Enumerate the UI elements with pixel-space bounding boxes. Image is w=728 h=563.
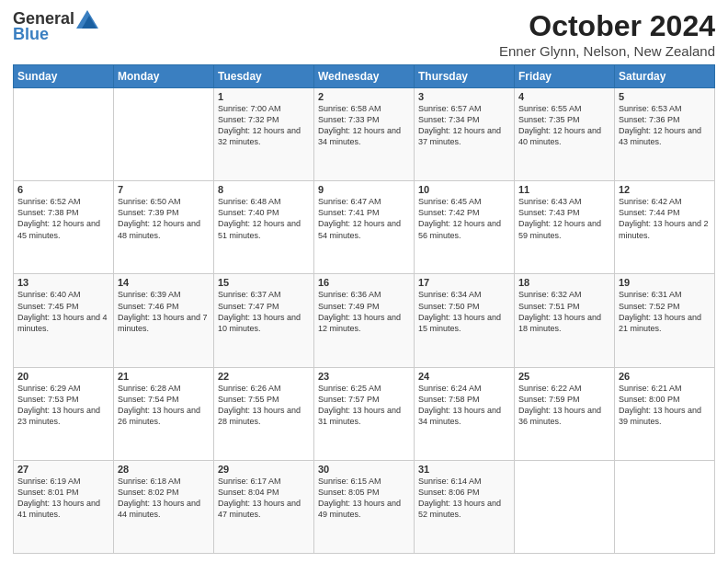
calendar-subtitle: Enner Glynn, Nelson, New Zealand: [499, 43, 715, 59]
header: General Blue October 2024 Enner Glynn, N…: [13, 9, 715, 59]
day-info: Sunrise: 6:47 AM Sunset: 7:41 PM Dayligh…: [318, 196, 410, 241]
day-info: Sunrise: 6:52 AM Sunset: 7:38 PM Dayligh…: [17, 196, 109, 241]
table-row: 21Sunrise: 6:28 AM Sunset: 7:54 PM Dayli…: [114, 367, 214, 460]
day-info: Sunrise: 6:14 AM Sunset: 8:06 PM Dayligh…: [418, 476, 510, 521]
day-info: Sunrise: 6:15 AM Sunset: 8:05 PM Dayligh…: [318, 476, 410, 521]
table-row: 20Sunrise: 6:29 AM Sunset: 7:53 PM Dayli…: [14, 367, 114, 460]
table-row: 2Sunrise: 6:58 AM Sunset: 7:33 PM Daylig…: [314, 88, 415, 181]
day-number: 29: [218, 464, 310, 475]
day-info: Sunrise: 6:43 AM Sunset: 7:43 PM Dayligh…: [518, 196, 610, 241]
day-number: 30: [318, 464, 410, 475]
table-row: 1Sunrise: 7:00 AM Sunset: 7:32 PM Daylig…: [214, 88, 314, 181]
day-number: 25: [518, 371, 610, 382]
day-info: Sunrise: 6:48 AM Sunset: 7:40 PM Dayligh…: [218, 196, 310, 241]
table-row: 28Sunrise: 6:18 AM Sunset: 8:02 PM Dayli…: [114, 460, 214, 553]
day-info: Sunrise: 6:31 AM Sunset: 7:52 PM Dayligh…: [619, 289, 711, 334]
day-number: 6: [17, 184, 109, 195]
day-number: 24: [418, 371, 510, 382]
table-row: 19Sunrise: 6:31 AM Sunset: 7:52 PM Dayli…: [615, 274, 715, 367]
day-info: Sunrise: 6:24 AM Sunset: 7:58 PM Dayligh…: [418, 383, 510, 428]
calendar-title: October 2024: [499, 9, 715, 43]
day-info: Sunrise: 6:58 AM Sunset: 7:33 PM Dayligh…: [318, 103, 410, 148]
table-row: [515, 460, 615, 553]
calendar-header-row: Sunday Monday Tuesday Wednesday Thursday…: [14, 65, 715, 88]
col-wednesday: Wednesday: [314, 65, 415, 88]
day-number: 13: [17, 277, 109, 288]
day-number: 15: [218, 277, 310, 288]
day-number: 5: [619, 91, 711, 102]
day-number: 16: [318, 277, 410, 288]
day-number: 9: [318, 184, 410, 195]
calendar-table: Sunday Monday Tuesday Wednesday Thursday…: [13, 64, 715, 554]
day-number: 28: [118, 464, 210, 475]
table-row: 13Sunrise: 6:40 AM Sunset: 7:45 PM Dayli…: [14, 274, 114, 367]
table-row: 24Sunrise: 6:24 AM Sunset: 7:58 PM Dayli…: [415, 367, 515, 460]
calendar-week-row: 27Sunrise: 6:19 AM Sunset: 8:01 PM Dayli…: [14, 460, 715, 553]
day-number: 12: [619, 184, 711, 195]
day-info: Sunrise: 6:37 AM Sunset: 7:47 PM Dayligh…: [218, 289, 310, 334]
day-info: Sunrise: 7:00 AM Sunset: 7:32 PM Dayligh…: [218, 103, 310, 148]
table-row: 30Sunrise: 6:15 AM Sunset: 8:05 PM Dayli…: [314, 460, 415, 553]
table-row: 27Sunrise: 6:19 AM Sunset: 8:01 PM Dayli…: [14, 460, 114, 553]
day-number: 17: [418, 277, 510, 288]
table-row: 4Sunrise: 6:55 AM Sunset: 7:35 PM Daylig…: [515, 88, 615, 181]
day-info: Sunrise: 6:17 AM Sunset: 8:04 PM Dayligh…: [218, 476, 310, 521]
day-info: Sunrise: 6:18 AM Sunset: 8:02 PM Dayligh…: [118, 476, 210, 521]
day-number: 31: [418, 464, 510, 475]
day-number: 1: [218, 91, 310, 102]
day-number: 19: [619, 277, 711, 288]
day-number: 10: [418, 184, 510, 195]
table-row: 6Sunrise: 6:52 AM Sunset: 7:38 PM Daylig…: [14, 181, 114, 274]
day-number: 21: [118, 371, 210, 382]
day-info: Sunrise: 6:45 AM Sunset: 7:42 PM Dayligh…: [418, 196, 510, 241]
table-row: 31Sunrise: 6:14 AM Sunset: 8:06 PM Dayli…: [415, 460, 515, 553]
table-row: 22Sunrise: 6:26 AM Sunset: 7:55 PM Dayli…: [214, 367, 314, 460]
day-info: Sunrise: 6:50 AM Sunset: 7:39 PM Dayligh…: [118, 196, 210, 241]
calendar-week-row: 6Sunrise: 6:52 AM Sunset: 7:38 PM Daylig…: [14, 181, 715, 274]
col-friday: Friday: [515, 65, 615, 88]
calendar-week-row: 20Sunrise: 6:29 AM Sunset: 7:53 PM Dayli…: [14, 367, 715, 460]
table-row: 23Sunrise: 6:25 AM Sunset: 7:57 PM Dayli…: [314, 367, 415, 460]
day-info: Sunrise: 6:55 AM Sunset: 7:35 PM Dayligh…: [518, 103, 610, 148]
col-thursday: Thursday: [415, 65, 515, 88]
table-row: 16Sunrise: 6:36 AM Sunset: 7:49 PM Dayli…: [314, 274, 415, 367]
col-sunday: Sunday: [14, 65, 114, 88]
calendar-week-row: 13Sunrise: 6:40 AM Sunset: 7:45 PM Dayli…: [14, 274, 715, 367]
day-number: 22: [218, 371, 310, 382]
table-row: 3Sunrise: 6:57 AM Sunset: 7:34 PM Daylig…: [415, 88, 515, 181]
table-row: 11Sunrise: 6:43 AM Sunset: 7:43 PM Dayli…: [515, 181, 615, 274]
table-row: 25Sunrise: 6:22 AM Sunset: 7:59 PM Dayli…: [515, 367, 615, 460]
day-info: Sunrise: 6:19 AM Sunset: 8:01 PM Dayligh…: [17, 476, 109, 521]
table-row: 10Sunrise: 6:45 AM Sunset: 7:42 PM Dayli…: [415, 181, 515, 274]
day-number: 2: [318, 91, 410, 102]
day-number: 27: [17, 464, 109, 475]
logo-icon: [76, 10, 98, 29]
day-info: Sunrise: 6:57 AM Sunset: 7:34 PM Dayligh…: [418, 103, 510, 148]
calendar-week-row: 1Sunrise: 7:00 AM Sunset: 7:32 PM Daylig…: [14, 88, 715, 181]
logo: General Blue: [13, 9, 98, 44]
day-info: Sunrise: 6:32 AM Sunset: 7:51 PM Dayligh…: [518, 289, 610, 334]
table-row: [615, 460, 715, 553]
day-info: Sunrise: 6:21 AM Sunset: 8:00 PM Dayligh…: [619, 383, 711, 428]
table-row: 14Sunrise: 6:39 AM Sunset: 7:46 PM Dayli…: [114, 274, 214, 367]
day-number: 18: [518, 277, 610, 288]
table-row: [114, 88, 214, 181]
day-number: 26: [619, 371, 711, 382]
day-number: 8: [218, 184, 310, 195]
table-row: 12Sunrise: 6:42 AM Sunset: 7:44 PM Dayli…: [615, 181, 715, 274]
table-row: [14, 88, 114, 181]
day-number: 4: [518, 91, 610, 102]
day-info: Sunrise: 6:22 AM Sunset: 7:59 PM Dayligh…: [518, 383, 610, 428]
table-row: 5Sunrise: 6:53 AM Sunset: 7:36 PM Daylig…: [615, 88, 715, 181]
table-row: 18Sunrise: 6:32 AM Sunset: 7:51 PM Dayli…: [515, 274, 615, 367]
col-saturday: Saturday: [615, 65, 715, 88]
table-row: 17Sunrise: 6:34 AM Sunset: 7:50 PM Dayli…: [415, 274, 515, 367]
day-info: Sunrise: 6:53 AM Sunset: 7:36 PM Dayligh…: [619, 103, 711, 148]
day-info: Sunrise: 6:28 AM Sunset: 7:54 PM Dayligh…: [118, 383, 210, 428]
day-number: 7: [118, 184, 210, 195]
day-info: Sunrise: 6:29 AM Sunset: 7:53 PM Dayligh…: [17, 383, 109, 428]
title-block: October 2024 Enner Glynn, Nelson, New Ze…: [499, 9, 715, 59]
table-row: 9Sunrise: 6:47 AM Sunset: 7:41 PM Daylig…: [314, 181, 415, 274]
day-number: 20: [17, 371, 109, 382]
day-number: 3: [418, 91, 510, 102]
